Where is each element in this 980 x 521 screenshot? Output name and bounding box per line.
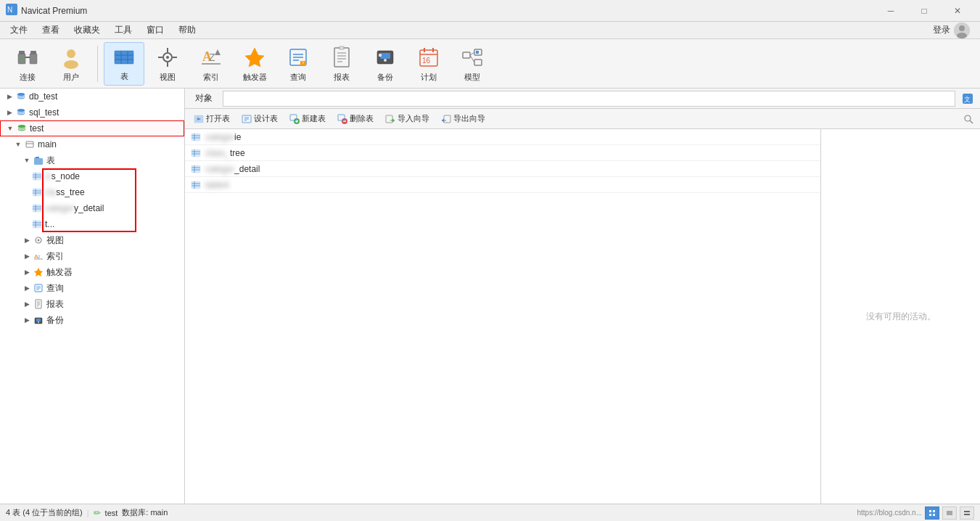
chevron-right-icon-queries: ▶ <box>23 284 30 292</box>
toolbar-query[interactable]: ? 查询 <box>278 42 318 86</box>
toolbar-model[interactable]: 模型 <box>452 42 493 86</box>
svg-rect-123 <box>192 149 200 157</box>
table-row[interactable]: categorie <box>185 129 820 145</box>
svg-rect-35 <box>334 48 349 67</box>
svg-rect-13 <box>115 51 133 64</box>
export-wizard-button[interactable]: 导出向导 <box>437 112 490 126</box>
sidebar-item-views[interactable]: ▶ 视图 <box>0 232 184 248</box>
search-button[interactable] <box>961 112 976 126</box>
delete-table-button[interactable]: 删除表 <box>333 112 378 126</box>
view-detail-button[interactable] <box>960 506 974 520</box>
design-table-button[interactable]: 设计表 <box>237 112 282 126</box>
database-icon <box>16 91 26 102</box>
svg-point-11 <box>67 49 75 58</box>
sidebar-item-ss-tree[interactable]: class_tree <box>0 184 184 200</box>
table-row[interactable]: class_tree <box>185 145 820 161</box>
svg-text:16: 16 <box>422 57 431 65</box>
sidebar-item-s-node[interactable]: cls_node <box>0 168 184 184</box>
sidebar-item-sql-test[interactable]: ▶ sql_test <box>0 104 184 120</box>
login-section[interactable]: 登录 <box>926 21 977 40</box>
sidebar-item-test[interactable]: ▼ test <box>0 120 184 136</box>
svg-rect-40 <box>339 46 344 49</box>
status-db-icon: ✏ <box>94 508 101 518</box>
export-icon <box>441 114 451 124</box>
import-wizard-button[interactable]: 导入向导 <box>381 112 434 126</box>
svg-rect-138 <box>933 514 935 516</box>
sidebar-test-label: test <box>30 123 44 134</box>
svg-marker-28 <box>245 48 264 67</box>
chevron-right-icon-backups: ▶ <box>23 316 30 324</box>
open-table-button[interactable]: 打开表 <box>189 112 234 126</box>
search-icon <box>963 114 973 124</box>
activity-empty-text: 没有可用的活动。 <box>866 311 936 323</box>
svg-rect-8 <box>30 54 37 64</box>
sidebar-item-backups[interactable]: ▶ 备份 <box>0 312 184 328</box>
sidebar-s-node-label: cls_node <box>45 171 80 181</box>
translate-button[interactable]: 文 <box>960 91 976 107</box>
menu-favorites[interactable]: 收藏夹 <box>67 22 107 38</box>
sidebar-item-y-detail[interactable]: category_detail <box>0 200 184 216</box>
svg-point-12 <box>64 60 78 69</box>
new-table-button[interactable]: 新建表 <box>285 112 330 126</box>
menu-help[interactable]: 帮助 <box>171 22 203 38</box>
sidebar-backups-label: 备份 <box>46 314 64 327</box>
chevron-right-icon-triggers: ▶ <box>23 268 30 276</box>
svg-rect-74 <box>33 221 41 228</box>
table-name-4: table4 <box>205 180 229 190</box>
view-list-button[interactable] <box>942 506 957 520</box>
table-row[interactable]: categor_detail <box>185 161 820 177</box>
svg-rect-131 <box>192 181 200 189</box>
menu-file[interactable]: 文件 <box>3 22 35 38</box>
table-row[interactable]: table4 <box>185 177 820 193</box>
svg-rect-143 <box>964 514 970 515</box>
table-icon-2 <box>32 187 42 197</box>
chevron-right-icon-reports: ▶ <box>23 300 30 308</box>
maximize-button[interactable]: □ <box>907 0 941 22</box>
table-name-1: categorie <box>205 132 241 142</box>
table-list: categorie class_tree <box>185 129 820 504</box>
table-icon-1 <box>32 171 42 181</box>
sidebar-item-main[interactable]: ▼ main <box>0 136 184 152</box>
status-url: https://blog.csdn.n... <box>857 509 923 517</box>
svg-rect-135 <box>929 510 931 512</box>
toolbar-connect[interactable]: 连接 <box>7 42 48 86</box>
toolbar-index-label: 索引 <box>203 72 219 83</box>
sidebar-item-queries[interactable]: ▶ 查询 <box>0 280 184 296</box>
index-icon: A Z <box>33 251 44 261</box>
status-right: https://blog.csdn.n... <box>857 506 975 520</box>
sidebar-item-triggers[interactable]: ▶ 触发器 <box>0 264 184 280</box>
statusbar: 4 表 (4 位于当前的组) | ✏ test 数据库: main https:… <box>0 504 980 521</box>
sidebar-item-indexes[interactable]: ▶ A Z 索引 <box>0 248 184 264</box>
view-grid-button[interactable] <box>925 506 939 520</box>
toolbar-report[interactable]: 报表 <box>321 42 362 86</box>
menu-view[interactable]: 查看 <box>35 22 67 38</box>
minimize-button[interactable]: ─ <box>874 0 907 22</box>
sidebar-item-reports[interactable]: ▶ 报表 <box>0 296 184 312</box>
open-table-label: 打开表 <box>206 113 230 124</box>
chevron-down-icon-2: ▼ <box>15 141 22 148</box>
svg-rect-66 <box>33 189 41 196</box>
svg-rect-119 <box>192 134 200 141</box>
toolbar-trigger[interactable]: 触发器 <box>234 42 275 86</box>
right-panel: 对象 文 打开表 设计表 新建表 删除表 <box>185 89 980 504</box>
toolbar-table[interactable]: 表 <box>104 42 144 86</box>
toolbar-backup[interactable]: 备份 <box>365 42 405 86</box>
toolbar-query-label: 查询 <box>290 72 306 83</box>
menu-tools[interactable]: 工具 <box>107 22 139 38</box>
close-button[interactable]: ✕ <box>941 0 974 22</box>
svg-line-54 <box>470 55 474 62</box>
toolbar-user[interactable]: 用户 <box>51 42 91 86</box>
menu-window[interactable]: 窗口 <box>139 22 171 38</box>
sidebar: ▶ db_test ▶ sql_test ▼ test ▼ main <box>0 89 185 504</box>
backup-icon <box>33 315 44 325</box>
sidebar-item-t[interactable]: t... <box>0 216 184 232</box>
sidebar-item-tables-folder[interactable]: ▼ 表 <box>0 152 184 168</box>
toolbar-view[interactable]: 视图 <box>147 42 188 86</box>
svg-text:Z: Z <box>209 52 215 63</box>
svg-rect-9 <box>30 51 36 54</box>
toolbar-report-label: 报表 <box>334 72 350 83</box>
sidebar-item-db-test[interactable]: ▶ db_test <box>0 89 184 104</box>
toolbar-schedule[interactable]: 16 计划 <box>408 42 449 86</box>
svg-rect-114 <box>444 115 450 123</box>
toolbar-index[interactable]: A Z 索引 <box>191 42 231 86</box>
